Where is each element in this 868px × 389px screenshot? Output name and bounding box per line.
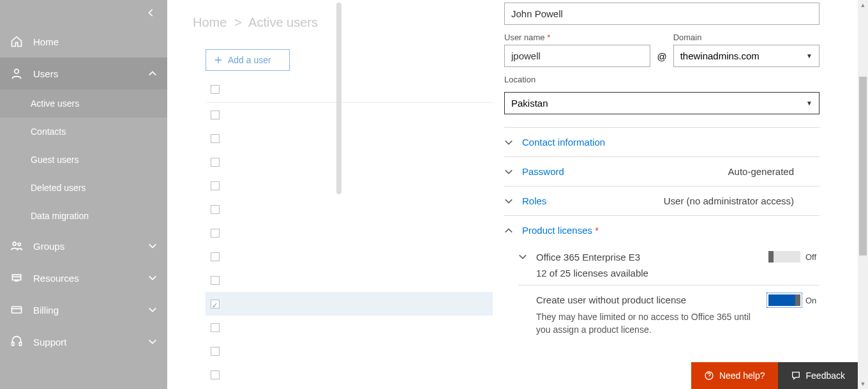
section-contact-information[interactable]: Contact information (504, 127, 819, 156)
no-license-block: Create user without product license On T… (536, 294, 819, 336)
section-password-value: Auto-generated (728, 166, 819, 177)
svg-point-1 (13, 242, 16, 245)
no-license-label: Create user without product license (536, 294, 768, 306)
billing-icon (10, 303, 23, 316)
svg-rect-4 (12, 307, 22, 313)
domain-select[interactable]: thewinadmins.com ▼ (673, 45, 819, 67)
caret-down-icon: ▼ (806, 100, 812, 107)
support-icon (10, 335, 23, 348)
row-checkbox[interactable] (211, 323, 220, 332)
need-help-label: Need help? (719, 370, 765, 381)
svg-point-2 (18, 243, 20, 245)
svg-rect-3 (12, 275, 20, 280)
sidebar-item-billing[interactable]: Billing (0, 294, 167, 326)
svg-rect-6 (19, 342, 21, 346)
sidebar-subitem-data-migration[interactable]: Data migration (0, 202, 167, 230)
add-user-panel: User name * @ Domain thewinadmins.com ▼ … (493, 0, 831, 389)
row-checkbox[interactable] (211, 370, 220, 379)
sidebar: Home Users Active users Contacts Guest u… (0, 0, 167, 389)
section-licenses-link: Product licenses * (522, 225, 599, 236)
sidebar-subitem-guest-users[interactable]: Guest users (0, 146, 167, 174)
section-password[interactable]: Password Auto-generated (504, 156, 819, 186)
at-symbol: @ (657, 51, 666, 67)
row-checkbox[interactable] (211, 158, 220, 167)
chevron-down-icon (504, 197, 513, 206)
location-value: Pakistan (511, 98, 548, 109)
select-all-checkbox[interactable] (211, 85, 220, 94)
page-scrollbar[interactable]: ▲ ▼ (858, 0, 868, 389)
sidebar-item-users[interactable]: Users (0, 57, 167, 89)
row-checkbox[interactable] (211, 229, 220, 238)
license-block: Office 365 Enterprise E3 Off 12 of 25 li… (518, 251, 819, 286)
license-toggle[interactable] (768, 251, 800, 263)
row-checkbox[interactable] (211, 205, 220, 214)
breadcrumb-home[interactable]: Home (193, 15, 227, 29)
row-checkbox[interactable] (211, 134, 220, 143)
chevron-down-icon (148, 241, 157, 250)
toggle-on-label: On (805, 296, 819, 305)
sidebar-label-home: Home (33, 36, 59, 47)
sidebar-label-billing: Billing (33, 305, 59, 316)
row-checkbox[interactable] (211, 300, 220, 309)
domain-value: thewinadmins.com (680, 50, 760, 61)
sidebar-collapse-button[interactable] (0, 0, 167, 26)
sidebar-item-support[interactable]: Support (0, 326, 167, 358)
feedback-button[interactable]: Feedback (778, 362, 858, 389)
chevron-down-icon[interactable] (518, 252, 527, 261)
feedback-label: Feedback (806, 370, 845, 381)
add-user-label: Add a user (228, 55, 271, 65)
chevron-down-icon (504, 167, 513, 176)
chevron-left-icon (147, 8, 156, 17)
svg-rect-5 (12, 342, 14, 346)
section-product-licenses[interactable]: Product licenses * (504, 215, 819, 245)
main-content: Home > Active users Add a user (167, 0, 868, 389)
bottom-bar: Need help? Feedback (691, 362, 858, 389)
need-help-button[interactable]: Need help? (691, 362, 778, 389)
location-select[interactable]: Pakistan ▼ (504, 92, 819, 114)
chevron-up-icon (148, 69, 157, 78)
sidebar-label-groups: Groups (33, 241, 64, 252)
feedback-icon (791, 370, 801, 381)
sidebar-item-resources[interactable]: Resources (0, 262, 167, 294)
no-license-description: They may have limited or no access to Of… (536, 311, 753, 336)
sidebar-label-support: Support (33, 337, 67, 347)
content-scrollbar[interactable] (336, 3, 341, 386)
section-roles[interactable]: Roles User (no administrator access) (504, 186, 819, 215)
row-checkbox[interactable] (211, 181, 220, 190)
sidebar-subitem-active-users[interactable]: Active users (0, 89, 167, 118)
row-checkbox[interactable] (211, 276, 220, 285)
location-label: Location (504, 75, 819, 84)
toggle-off-label: Off (805, 252, 819, 262)
license-name: Office 365 Enterprise E3 (536, 252, 640, 263)
resources-icon (10, 271, 23, 284)
chevron-up-icon (504, 226, 513, 235)
sidebar-subitem-contacts[interactable]: Contacts (0, 118, 167, 146)
username-label: User name * (504, 33, 650, 42)
row-checkbox[interactable] (211, 111, 220, 119)
row-checkbox[interactable] (211, 347, 220, 356)
sidebar-subitem-deleted-users[interactable]: Deleted users (0, 174, 167, 202)
home-icon (10, 35, 23, 48)
scroll-up-arrow[interactable]: ▲ (858, 0, 868, 10)
scroll-down-arrow[interactable]: ▼ (858, 379, 868, 389)
row-checkbox[interactable] (211, 252, 220, 261)
question-icon (704, 370, 714, 381)
user-icon (10, 67, 23, 80)
svg-point-0 (15, 69, 19, 73)
add-user-button[interactable]: Add a user (206, 49, 290, 71)
sidebar-item-home[interactable]: Home (0, 26, 167, 57)
chevron-down-icon (148, 337, 157, 346)
username-input[interactable] (504, 45, 650, 67)
license-availability: 12 of 25 licenses available (518, 268, 819, 278)
groups-icon (10, 240, 23, 252)
sidebar-label-resources: Resources (33, 273, 79, 284)
section-password-link: Password (522, 166, 564, 177)
scroll-thumb[interactable] (859, 77, 867, 256)
domain-label: Domain (673, 33, 819, 42)
caret-down-icon: ▼ (806, 52, 812, 59)
section-roles-link: Roles (522, 195, 546, 206)
sidebar-item-groups[interactable]: Groups (0, 230, 167, 262)
no-license-toggle[interactable] (768, 294, 800, 306)
section-contact-link: Contact information (522, 137, 605, 148)
display-name-input[interactable] (504, 3, 819, 25)
